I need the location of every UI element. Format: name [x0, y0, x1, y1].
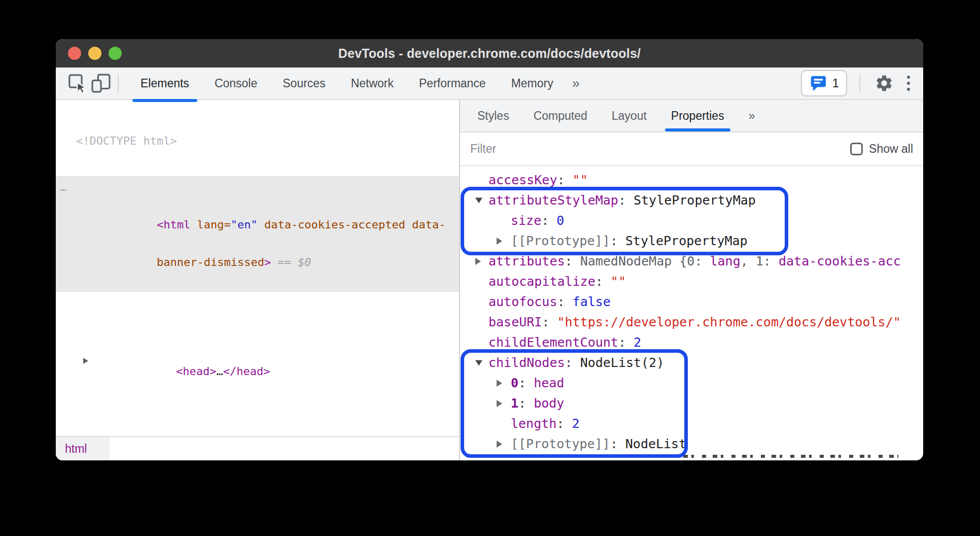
dollar-zero-hint: $0: [298, 256, 311, 269]
screenshot-background: DevTools - developer.chrome.com/docs/dev…: [0, 0, 980, 536]
disclosure-triangle-icon[interactable]: [497, 441, 502, 448]
zoom-button[interactable]: [109, 47, 122, 60]
property-row-accesskey[interactable]: accessKey: "": [460, 170, 923, 190]
tab-memory[interactable]: Memory: [505, 68, 559, 99]
gear-icon: [874, 74, 894, 93]
tab-computed[interactable]: Computed: [527, 100, 594, 131]
body-node[interactable]: <body>…</body>: [56, 429, 459, 436]
sidebar-tabs: Styles Computed Layout Properties »: [460, 100, 923, 132]
disclosure-triangle-icon[interactable]: [475, 198, 482, 204]
show-all-label: Show all: [869, 142, 913, 156]
devtools-toolbar: Elements Console Sources Network Perform…: [56, 68, 923, 100]
window-titlebar: DevTools - developer.chrome.com/docs/dev…: [56, 39, 923, 68]
properties-filter-bar: Show all: [460, 132, 923, 166]
toolbar-divider: [859, 74, 860, 93]
properties-list: accessKey: "" attributeStyleMap: StylePr…: [460, 166, 923, 460]
property-row-child-1[interactable]: 1: body: [460, 393, 923, 414]
tab-layout[interactable]: Layout: [605, 100, 654, 131]
kebab-dot-icon: [907, 76, 910, 79]
doctype-node[interactable]: <!DOCTYPE html>: [56, 131, 459, 151]
elements-pane: <!DOCTYPE html> … <html lang="en" data-c…: [56, 100, 459, 460]
devtools-content: <!DOCTYPE html> … <html lang="en" data-c…: [56, 100, 923, 460]
breadcrumb-bar: html: [56, 436, 459, 460]
kebab-dot-icon: [907, 82, 910, 85]
html-node-selected[interactable]: … <html lang="en" data-cookies-accepted …: [56, 176, 459, 292]
tab-properties[interactable]: Properties: [664, 100, 731, 131]
tab-sources[interactable]: Sources: [276, 68, 331, 99]
head-node[interactable]: <head>…</head>: [56, 318, 459, 404]
settings-button[interactable]: [872, 72, 896, 95]
property-row-prototype[interactable]: [[Prototype]]: StylePropertyMap: [460, 231, 923, 251]
disclosure-triangle-icon[interactable]: [497, 380, 502, 387]
dom-tree: <!DOCTYPE html> … <html lang="en" data-c…: [56, 100, 459, 436]
tab-styles[interactable]: Styles: [470, 100, 516, 131]
breadcrumb-item-html[interactable]: html: [56, 437, 110, 460]
issues-count: 1: [832, 76, 839, 90]
window-title: DevTools - developer.chrome.com/docs/dev…: [338, 46, 641, 61]
device-toolbar-button[interactable]: [89, 72, 113, 95]
more-tabs-icon[interactable]: »: [567, 76, 585, 91]
message-bubble-icon: [809, 74, 827, 92]
tab-console[interactable]: Console: [208, 68, 263, 99]
toolbar-right-controls: 1: [801, 70, 914, 96]
property-row-attributestylemap[interactable]: attributeStyleMap: StylePropertyMap: [460, 190, 923, 211]
property-row-prototype-nodelist[interactable]: [[Prototype]]: NodeList: [460, 434, 923, 454]
inspect-cursor-icon: [67, 73, 88, 94]
property-row-size[interactable]: size: 0: [460, 211, 923, 231]
kebab-dot-icon: [907, 88, 910, 91]
property-row-childelementcount[interactable]: childElementCount: 2: [460, 332, 923, 353]
tab-elements[interactable]: Elements: [134, 68, 195, 99]
disclosure-triangle-icon[interactable]: [475, 360, 482, 366]
toolbar-divider: [118, 74, 119, 93]
property-row-childnodes[interactable]: childNodes: NodeList(2): [460, 353, 923, 373]
devtools-window: DevTools - developer.chrome.com/docs/dev…: [56, 39, 923, 460]
disclosure-triangle-icon[interactable]: [83, 358, 88, 364]
property-row-attributes[interactable]: attributes: NamedNodeMap {0: lang, 1: da…: [460, 251, 923, 272]
expand-dots-icon[interactable]: …: [60, 178, 67, 196]
show-all-control: Show all: [850, 142, 913, 156]
sidebar-pane: Styles Computed Layout Properties » Show…: [459, 100, 923, 460]
panel-tabs: Elements Console Sources Network Perform…: [128, 68, 566, 99]
inspect-element-button[interactable]: [66, 72, 89, 95]
disclosure-triangle-icon[interactable]: [497, 400, 502, 407]
property-row-baseuri[interactable]: baseURI: "https://developer.chrome.com/d…: [460, 312, 923, 332]
disclosure-triangle-icon[interactable]: [497, 238, 502, 245]
property-row-autocapitalize[interactable]: autocapitalize: "": [460, 272, 923, 292]
close-button[interactable]: [68, 47, 81, 60]
property-row-autofocus[interactable]: autofocus: false: [460, 292, 923, 312]
minimize-button[interactable]: [88, 47, 101, 60]
tab-network[interactable]: Network: [345, 68, 400, 99]
more-options-button[interactable]: [903, 72, 914, 95]
property-row-child-0[interactable]: 0: head: [460, 373, 923, 393]
clipped-next-row: [477, 455, 898, 458]
more-tabs-icon[interactable]: »: [742, 100, 762, 131]
show-all-checkbox[interactable]: [850, 143, 863, 155]
filter-input[interactable]: [470, 142, 850, 156]
device-toolbar-icon: [90, 73, 112, 94]
issues-counter-button[interactable]: 1: [801, 70, 847, 96]
traffic-lights: [68, 39, 122, 68]
tab-performance[interactable]: Performance: [413, 68, 492, 99]
disclosure-triangle-icon[interactable]: [475, 258, 481, 265]
property-row-length[interactable]: length: 2: [460, 414, 923, 434]
